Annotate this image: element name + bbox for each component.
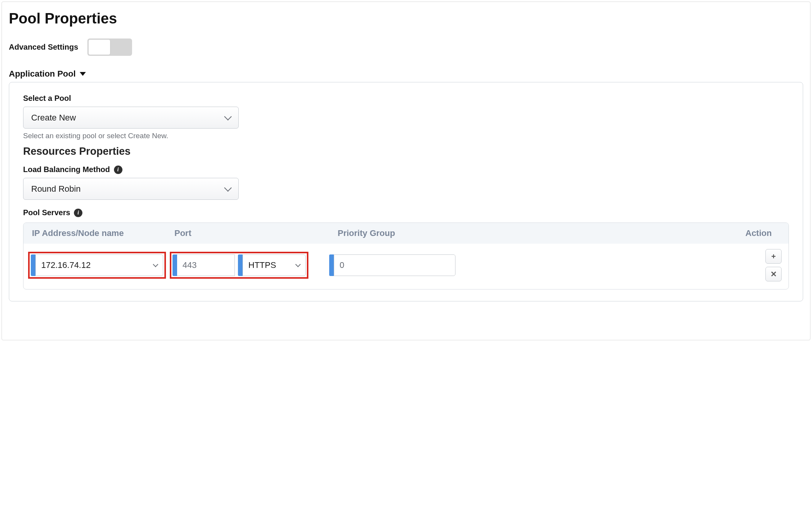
advanced-settings-toggle[interactable] <box>87 38 132 56</box>
chevron-down-icon <box>224 184 232 192</box>
accent-bar <box>238 254 243 276</box>
protocol-select-wrap: HTTPS <box>238 254 306 276</box>
th-action: Action <box>745 228 784 238</box>
application-pool-section-label: Application Pool <box>9 69 76 79</box>
pool-servers-table: IP Address/Node name Port Priority Group… <box>23 223 789 289</box>
accent-bar <box>172 254 177 276</box>
select-pool-value: Create New <box>31 113 76 123</box>
protocol-select[interactable]: HTTPS <box>243 254 306 276</box>
select-pool-label: Select a Pool <box>23 94 789 103</box>
priority-group-input[interactable]: 0 <box>334 254 455 276</box>
table-row: 172.16.74.12 443 <box>23 244 789 289</box>
action-column: + ✕ <box>765 249 784 281</box>
port-input-wrap: 443 <box>172 254 235 276</box>
ip-address-value: 172.16.74.12 <box>41 260 90 270</box>
application-pool-section-body: Select a Pool Create New Select an exist… <box>9 82 803 301</box>
remove-row-button[interactable]: ✕ <box>765 267 782 281</box>
application-pool-section-toggle[interactable]: Application Pool <box>9 69 86 79</box>
plus-icon: + <box>771 252 776 261</box>
load-balancing-method-dropdown[interactable]: Round Robin <box>23 178 239 200</box>
priority-value: 0 <box>340 260 344 270</box>
port-input[interactable]: 443 <box>177 254 235 276</box>
info-icon[interactable]: i <box>74 209 82 217</box>
ip-cell-highlight: 172.16.74.12 <box>28 252 166 279</box>
port-value: 443 <box>182 260 197 270</box>
th-port: Port <box>174 228 328 238</box>
close-icon: ✕ <box>770 269 777 279</box>
chevron-down-icon <box>224 113 232 120</box>
lb-method-label-text: Load Balancing Method <box>23 165 110 174</box>
th-priority: Priority Group <box>328 228 745 238</box>
add-row-button[interactable]: + <box>765 249 782 264</box>
priority-input-wrap: 0 <box>329 254 455 276</box>
advanced-settings-row: Advanced Settings <box>9 38 803 56</box>
resources-properties-heading: Resources Properties <box>23 146 789 157</box>
select-pool-dropdown[interactable]: Create New <box>23 107 239 129</box>
accent-bar <box>31 254 35 276</box>
load-balancing-method-label: Load Balancing Method i <box>23 165 789 174</box>
lb-method-value: Round Robin <box>31 184 80 194</box>
protocol-value: HTTPS <box>248 260 276 270</box>
port-cell-highlight: 443 HTTPS <box>170 252 308 279</box>
pool-servers-label: Pool Servers i <box>23 208 789 217</box>
page-title: Pool Properties <box>9 10 803 27</box>
toggle-knob <box>88 39 110 55</box>
chevron-down-icon <box>295 262 301 267</box>
th-ip: IP Address/Node name <box>28 228 174 238</box>
ip-input-wrap: 172.16.74.12 <box>31 254 163 276</box>
chevron-down-icon <box>153 262 158 267</box>
ip-address-combo[interactable]: 172.16.74.12 <box>35 254 163 276</box>
table-header-row: IP Address/Node name Port Priority Group… <box>23 223 789 244</box>
accent-bar <box>329 254 334 276</box>
info-icon[interactable]: i <box>114 166 122 174</box>
advanced-settings-label: Advanced Settings <box>9 43 78 52</box>
caret-down-icon <box>80 72 86 76</box>
pool-properties-panel: Pool Properties Advanced Settings Applic… <box>2 2 810 340</box>
pool-servers-label-text: Pool Servers <box>23 208 70 217</box>
select-pool-hint: Select an existing pool or select Create… <box>23 132 789 140</box>
